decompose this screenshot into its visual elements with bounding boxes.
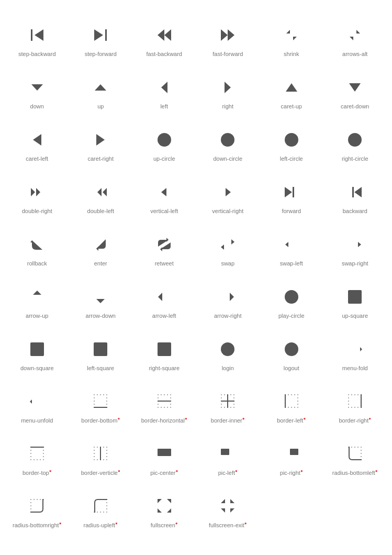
arrow-right-label: arrow-right [214, 312, 242, 319]
svg-marker-24 [354, 187, 362, 197]
right-label: right [222, 103, 233, 110]
svg-rect-101 [297, 401, 298, 402]
caret-down-icon [345, 76, 364, 98]
svg-rect-152 [354, 447, 355, 448]
svg-rect-137 [106, 456, 107, 457]
icon-cell-menu-fold: menu-fold [323, 325, 387, 377]
icon-cell-shrink: shrink [260, 10, 323, 63]
icon-cell-arrows-alt: arrows-alt [323, 10, 387, 63]
border-verticle-icon [91, 442, 110, 464]
icon-cell-caret-up: caret-up [260, 63, 323, 115]
icon-cell-left: left [132, 63, 196, 115]
swap-icon [218, 234, 237, 256]
double-left-label: double-left [87, 207, 114, 215]
up-circle-label: up-circle [153, 155, 175, 162]
svg-rect-78 [221, 394, 222, 395]
icon-cell-up-circle: up-circle [132, 115, 196, 168]
menu-unfold-icon [28, 391, 47, 413]
svg-rect-165 [30, 505, 31, 506]
svg-rect-91 [227, 394, 228, 408]
vertical-right-label: vertical-right [212, 207, 243, 215]
svg-rect-120 [43, 459, 44, 460]
rollback-label: rollback [27, 260, 47, 267]
border-right-label: border-right● [339, 416, 371, 424]
border-verticle-label: border-verticle● [81, 469, 120, 476]
shrink-label: shrink [284, 50, 299, 58]
icon-cell-arrow-down: arrow-down [69, 272, 133, 325]
svg-rect-75 [158, 404, 159, 405]
svg-rect-136 [94, 456, 95, 457]
svg-rect-79 [233, 394, 234, 395]
svg-rect-104 [348, 394, 349, 395]
icon-cell-fast-backward: fast-backward [132, 10, 196, 63]
svg-rect-110 [354, 407, 355, 408]
svg-rect-162 [33, 499, 35, 500]
icon-cell-pic-right: pic-right● [260, 429, 323, 482]
border-horizontal-label: border-horizontal● [141, 416, 187, 424]
icon-cell-border-top: border-top● [5, 429, 69, 482]
left-square-label: left-square [87, 364, 114, 372]
svg-rect-139 [103, 447, 104, 448]
svg-rect-176 [106, 508, 107, 509]
svg-rect-116 [30, 459, 31, 460]
rollback-icon [28, 234, 47, 256]
forward-icon [282, 181, 301, 203]
icon-cell-border-bottom: border-bottom● [69, 377, 133, 429]
radius-bottomleft-label: radius-bottomleft● [332, 469, 378, 476]
double-right-label: double-right [22, 207, 52, 215]
svg-rect-98 [294, 407, 295, 408]
down-label: down [30, 103, 44, 110]
svg-rect-118 [37, 459, 38, 460]
svg-rect-70 [164, 407, 165, 408]
svg-rect-109 [351, 407, 352, 408]
icon-cell-double-left: double-left [69, 168, 133, 220]
border-left-label: border-left● [277, 416, 306, 424]
svg-rect-112 [348, 397, 349, 398]
icon-cell-swap-left: swap-left [260, 220, 323, 272]
icon-cell-caret-right: caret-right [69, 115, 133, 168]
up-square-label: up-square [342, 312, 368, 319]
svg-rect-99 [297, 407, 298, 408]
down-circle-icon [218, 129, 237, 151]
icon-cell-border-verticle: border-verticle● [69, 429, 133, 482]
icon-cell-backward: backward [323, 168, 387, 220]
svg-rect-160 [351, 447, 352, 448]
step-backward-label: step-backward [18, 50, 56, 58]
pic-center-icon [155, 442, 174, 464]
pic-right-icon [282, 442, 301, 464]
icon-cell-left-square: left-square [69, 325, 133, 377]
menu-fold-icon [345, 338, 364, 360]
left-square-icon [91, 338, 110, 360]
icon-cell-pic-center: pic-center● [132, 429, 196, 482]
logout-label: logout [284, 364, 299, 372]
caret-down-label: caret-down [341, 103, 369, 110]
svg-marker-14 [33, 134, 41, 146]
svg-rect-132 [94, 450, 95, 451]
vertical-left-label: vertical-left [150, 207, 178, 215]
border-inner-icon [218, 390, 237, 412]
svg-rect-130 [94, 459, 95, 460]
svg-rect-61 [106, 404, 107, 405]
svg-rect-140 [97, 459, 98, 460]
right-square-label: right-square [149, 364, 180, 372]
svg-marker-4 [158, 29, 164, 41]
svg-rect-58 [94, 401, 95, 402]
logout-icon [282, 338, 301, 360]
caret-right-label: caret-right [87, 155, 114, 162]
svg-rect-170 [100, 512, 101, 513]
down-square-icon [28, 338, 47, 360]
icon-cell-logout: logout [260, 325, 323, 377]
svg-rect-80 [221, 407, 222, 408]
svg-marker-13 [349, 83, 361, 92]
svg-rect-131 [106, 459, 107, 460]
svg-rect-143 [158, 449, 171, 456]
svg-rect-114 [348, 404, 349, 405]
svg-rect-166 [30, 508, 31, 509]
double-left-icon [91, 181, 110, 203]
svg-rect-93 [291, 394, 292, 395]
step-forward-label: step-forward [85, 50, 117, 58]
retweet-icon [155, 234, 174, 256]
login-icon [218, 338, 237, 360]
arrow-left-label: arrow-left [152, 312, 176, 319]
svg-rect-163 [37, 499, 38, 500]
